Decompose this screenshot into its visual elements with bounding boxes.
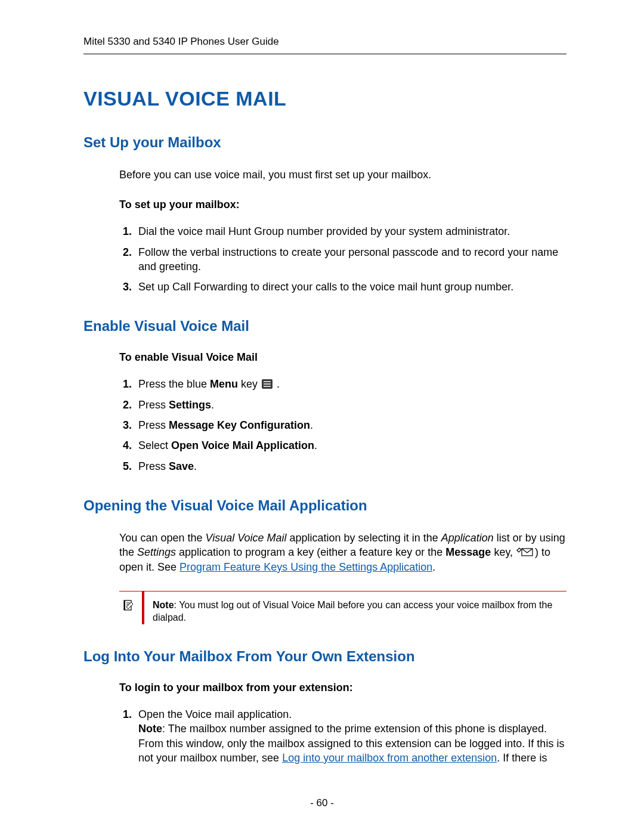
step-text: Select — [138, 439, 171, 451]
step-bold: Open Voice Mail Application — [171, 439, 314, 451]
note-label: Note — [138, 723, 162, 735]
step-text: . If there is — [497, 752, 547, 764]
step-text: . — [274, 378, 280, 390]
note-block: Note: You must log out of Visual Voice M… — [119, 591, 566, 624]
note-text: Note: You must log out of Visual Voice M… — [153, 599, 566, 624]
enable-steps: Press the blue Menu key . Press Settings… — [119, 377, 566, 473]
opening-paragraph: You can open the Visual Voice Mail appli… — [119, 531, 566, 574]
setup-intro: Before you can use voice mail, you must … — [119, 168, 566, 182]
step-text: Open the Voice mail application. — [138, 708, 292, 720]
step-text: Press — [138, 460, 169, 472]
note-icon-col — [119, 599, 137, 624]
setup-steps: Dial the voice mail Hunt Group number pr… — [119, 224, 566, 294]
step-bold: Save — [169, 460, 194, 472]
page-number: - 60 - — [0, 797, 644, 809]
note-label: Note — [153, 600, 174, 610]
text: application by selecting it in the — [287, 532, 441, 544]
heading-opening: Opening the Visual Voice Mail Applicatio… — [83, 497, 566, 514]
list-item: Press Message Key Configuration. — [135, 418, 566, 432]
enable-lead: To enable Visual Voice Mail — [119, 351, 566, 364]
text: . — [432, 561, 435, 573]
menu-key-icon — [262, 378, 273, 388]
step-text: . — [314, 439, 317, 451]
note-body: : You must log out of Visual Voice Mail … — [153, 600, 552, 623]
list-item: Open the Voice mail application. Note: T… — [135, 707, 566, 765]
section-setup-body: Before you can use voice mail, you must … — [119, 168, 566, 294]
step-bold: Message Key Configuration — [169, 419, 310, 431]
text-bold: Message — [445, 546, 491, 558]
step-text: . — [211, 399, 214, 411]
step-text: Press — [138, 399, 169, 411]
list-item: Press the blue Menu key . — [135, 377, 566, 391]
step-text: . — [310, 419, 313, 431]
section-enable-body: To enable Visual Voice Mail Press the bl… — [119, 351, 566, 473]
setup-lead: To set up your mailbox: — [119, 199, 566, 211]
message-key-icon — [516, 547, 534, 558]
section-opening-body: You can open the Visual Voice Mail appli… — [119, 531, 566, 624]
login-steps: Open the Voice mail application. Note: T… — [119, 707, 566, 765]
list-item: Follow the verbal instructions to create… — [135, 245, 566, 274]
text-italic: Visual Voice Mail — [205, 532, 286, 544]
heading-login: Log Into Your Mailbox From Your Own Exte… — [83, 648, 566, 665]
svg-rect-2 — [264, 383, 271, 385]
list-item: Set up Call Forwarding to direct your ca… — [135, 280, 566, 294]
step-text: key — [238, 378, 261, 390]
svg-rect-3 — [264, 386, 271, 387]
running-header: Mitel 5330 and 5340 IP Phones User Guide — [83, 36, 566, 54]
step-text: . — [194, 460, 197, 472]
list-item: Press Save. — [135, 459, 566, 473]
list-item: Press Settings. — [135, 398, 566, 412]
text-italic: Settings — [137, 546, 176, 558]
list-item: Dial the voice mail Hunt Group number pr… — [135, 224, 566, 239]
step-text: Press — [138, 419, 169, 431]
step-bold: Menu — [210, 378, 238, 390]
note-accent-bar — [142, 592, 144, 624]
text-italic: Application — [441, 532, 494, 544]
text: You can open the — [119, 532, 205, 544]
svg-rect-1 — [264, 381, 271, 382]
page-title: VISUAL VOICE MAIL — [83, 87, 566, 110]
step-text: Press the blue — [138, 378, 210, 390]
step-bold: Settings — [169, 399, 211, 411]
login-lead: To login to your mailbox from your exten… — [119, 682, 566, 694]
list-item: Select Open Voice Mail Application. — [135, 438, 566, 453]
text: application to program a key (either a f… — [176, 546, 445, 558]
link-log-into-another-extension[interactable]: Log into your mailbox from another exten… — [282, 752, 497, 764]
link-program-feature-keys[interactable]: Program Feature Keys Using the Settings … — [179, 561, 432, 573]
text: key, — [491, 546, 516, 558]
heading-enable: Enable Visual Voice Mail — [83, 318, 566, 335]
section-login-body: To login to your mailbox from your exten… — [119, 682, 566, 765]
document-page: Mitel 5330 and 5340 IP Phones User Guide… — [0, 0, 644, 833]
svg-rect-6 — [124, 600, 125, 610]
heading-setup: Set Up your Mailbox — [83, 134, 566, 151]
note-pencil-icon — [123, 600, 134, 612]
